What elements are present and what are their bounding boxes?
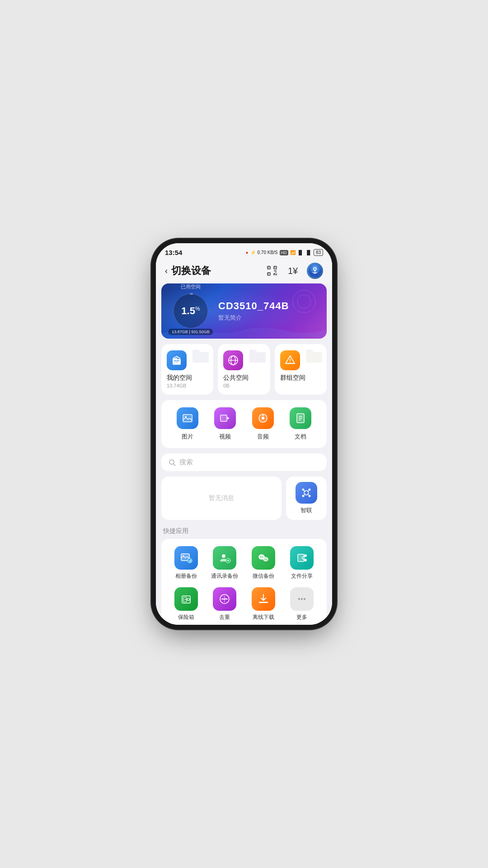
back-button[interactable]: ‹	[165, 266, 168, 276]
more-label: 更多	[296, 613, 307, 621]
quick-app-contacts-backup[interactable]: 通讯录备份	[207, 546, 243, 580]
zhilian-card[interactable]: 智联	[286, 476, 327, 520]
group-space-card[interactable]: 群组空间	[275, 344, 327, 395]
status-bar: 13:54 ● ⚡ 0.70 KB/S HD 📶 ▐▌ ▐▌ 83	[156, 243, 332, 259]
quick-app-album-backup[interactable]: ↺ 相册备份	[169, 546, 204, 580]
space-cards: 我的空间 13.74GB 公共空间 0B	[156, 344, 332, 400]
quick-app-deduplicate[interactable]: 去重	[207, 587, 243, 621]
offline-download-icon	[252, 587, 275, 611]
my-space-icon	[167, 350, 187, 370]
nav-left: ‹ 切换设备	[165, 264, 211, 278]
status-icons: ● ⚡ 0.70 KB/S HD 📶 ▐▌ ▐▌ 83	[245, 249, 323, 256]
wifi-icon: 📶	[290, 250, 296, 255]
quick-app-offline-download[interactable]: 离线下载	[246, 587, 281, 621]
offline-download-label: 离线下载	[253, 613, 274, 621]
audio-label: 音频	[257, 433, 269, 441]
svg-point-62	[222, 554, 225, 558]
safe-icon	[174, 587, 198, 611]
group-space-icon	[280, 350, 300, 370]
messages-card[interactable]: 暂无消息	[161, 476, 282, 520]
search-icon	[169, 459, 176, 466]
album-backup-icon: ↺	[174, 546, 198, 570]
svg-point-69	[263, 557, 268, 561]
search-bar[interactable]: 搜索	[161, 453, 327, 471]
nav-right: 1¥	[265, 263, 323, 279]
file-type-audio[interactable]: 音频	[252, 407, 274, 441]
quick-app-file-share[interactable]: 文件分享	[285, 546, 320, 580]
svg-point-89	[304, 598, 305, 600]
main-content: 已用空间 1.5% 13.87GB | 931.50GB CD3510_744B…	[156, 283, 332, 625]
my-space-label: 我的空间	[167, 374, 192, 382]
storage-banner[interactable]: 已用空间 1.5% 13.87GB | 931.50GB CD3510_744B…	[161, 283, 327, 339]
image-label: 图片	[182, 433, 193, 441]
search-placeholder: 搜索	[179, 458, 193, 467]
svg-point-88	[301, 598, 303, 600]
svg-point-75	[304, 559, 307, 561]
nav-bar: ‹ 切换设备	[156, 259, 332, 283]
svg-text:↺: ↺	[188, 559, 191, 563]
deduplicate-icon	[213, 587, 236, 611]
svg-marker-37	[227, 417, 230, 420]
svg-point-71	[266, 559, 267, 560]
svg-point-49	[302, 489, 305, 491]
public-space-label: 公共空间	[223, 374, 249, 382]
album-backup-label: 相册备份	[175, 572, 197, 580]
contacts-backup-icon	[213, 546, 236, 570]
video-icon	[214, 407, 236, 429]
safe-label: 保险箱	[178, 613, 194, 621]
wechat-backup-icon	[252, 546, 275, 570]
signal-icon-2: ▐▌	[305, 250, 312, 255]
svg-rect-35	[221, 415, 227, 421]
file-type-document[interactable]: 文档	[290, 407, 311, 441]
file-share-label: 文件分享	[291, 572, 313, 580]
device-name: CD3510_744B	[218, 300, 318, 312]
svg-point-68	[262, 557, 263, 557]
wechat-backup-label: 微信备份	[253, 572, 274, 580]
public-space-size: 0B	[223, 383, 229, 388]
contacts-backup-label: 通讯录备份	[211, 572, 238, 580]
svg-point-50	[309, 489, 311, 491]
quick-apps-grid: ↺ 相册备份 通讯录备份	[161, 539, 327, 625]
device-desc: 暂无简介	[218, 314, 318, 322]
quick-app-safe[interactable]: 保险箱	[169, 587, 204, 621]
deduplicate-label: 去重	[219, 613, 230, 621]
svg-point-67	[260, 557, 261, 557]
quick-app-wechat-backup[interactable]: 微信备份	[246, 546, 281, 580]
avatar-button[interactable]	[307, 263, 323, 279]
image-icon	[177, 407, 198, 429]
svg-point-51	[302, 495, 305, 497]
storage-size-badge: 13.87GB | 931.50GB	[168, 329, 213, 335]
page-title: 切换设备	[171, 264, 211, 278]
battery-icon: 83	[314, 249, 323, 256]
network-speed: 0.70 KB/S	[258, 250, 278, 255]
storage-used-label: 已用空间	[181, 283, 201, 290]
bottom-cards: 暂无消息 智联	[156, 476, 332, 525]
group-space-label: 群组空间	[280, 374, 305, 382]
file-type-video[interactable]: 视频	[214, 407, 236, 441]
svg-point-87	[298, 598, 300, 600]
public-space-card[interactable]: 公共空间 0B	[218, 344, 270, 395]
hd-badge: HD	[280, 250, 288, 255]
svg-point-74	[304, 554, 307, 557]
my-space-card[interactable]: 我的空间 13.74GB	[161, 344, 213, 395]
svg-point-31	[290, 362, 291, 363]
scan-button[interactable]	[265, 264, 279, 278]
svg-rect-72	[298, 554, 304, 561]
file-type-image[interactable]: 图片	[177, 407, 198, 441]
zhilian-label: 智联	[300, 506, 312, 514]
quick-apps-section-label: 快捷应用	[156, 525, 332, 539]
svg-point-70	[264, 559, 265, 560]
currency-button[interactable]: 1¥	[286, 264, 300, 278]
svg-point-52	[309, 495, 311, 497]
quick-app-more[interactable]: 更多	[285, 587, 320, 621]
status-time: 13:54	[165, 249, 182, 256]
my-space-size: 13.74GB	[167, 383, 186, 388]
storage-percent: 1.5%	[181, 305, 200, 317]
messages-empty-text: 暂无消息	[209, 494, 234, 502]
file-share-icon	[290, 546, 314, 570]
svg-line-47	[174, 464, 175, 466]
audio-icon	[252, 407, 274, 429]
document-label: 文档	[295, 433, 306, 441]
file-type-row: 图片 视频	[161, 400, 327, 448]
video-label: 视频	[219, 433, 231, 441]
